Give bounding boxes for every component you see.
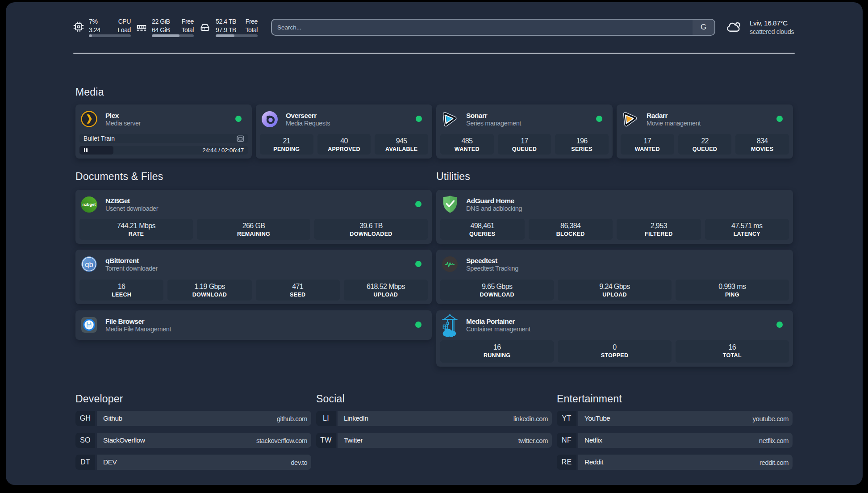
svg-text:nzbget: nzbget: [83, 202, 96, 207]
svg-text:qb: qb: [85, 260, 93, 268]
